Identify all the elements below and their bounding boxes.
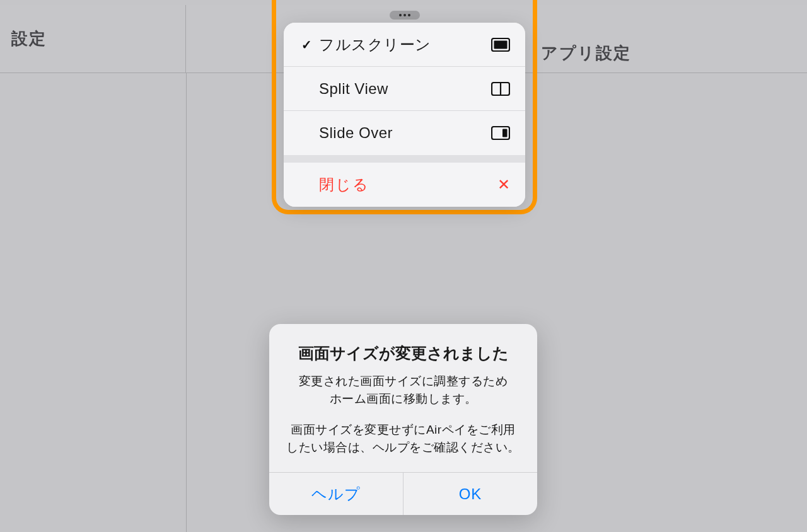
alert-line: したい場合は、ヘルプをご確認ください。 bbox=[286, 441, 520, 454]
menu-item-splitview[interactable]: Split View bbox=[284, 67, 525, 111]
dot-icon bbox=[404, 14, 406, 16]
sidebar-header: 設定 bbox=[0, 5, 186, 73]
alert-dialog: 画面サイズが変更されました 変更された画面サイズに調整するため ホーム画面に移動… bbox=[269, 324, 537, 515]
menu-item-label: フルスクリーン bbox=[315, 35, 490, 55]
svg-rect-5 bbox=[502, 129, 508, 137]
multitasking-menu: ✓ フルスクリーン Split View Slide Over 閉じる ✕ bbox=[284, 23, 525, 207]
menu-item-fullscreen[interactable]: ✓ フルスクリーン bbox=[284, 23, 525, 67]
dot-icon bbox=[399, 14, 402, 16]
dot-icon bbox=[408, 14, 410, 16]
menu-item-label: Split View bbox=[315, 80, 490, 98]
app-settings-title: アプリ設定 bbox=[541, 42, 631, 64]
alert-body: 画面サイズが変更されました 変更された画面サイズに調整するため ホーム画面に移動… bbox=[269, 324, 537, 472]
button-label: OK bbox=[459, 485, 482, 503]
split-view-icon bbox=[490, 82, 510, 96]
menu-separator bbox=[284, 155, 525, 163]
alert-line: ホーム画面に移動します。 bbox=[330, 392, 477, 405]
ok-button[interactable]: OK bbox=[404, 473, 537, 515]
alert-line: 変更された画面サイズに調整するため bbox=[299, 374, 508, 388]
svg-rect-1 bbox=[494, 40, 508, 49]
close-label: 閉じる bbox=[319, 175, 497, 195]
close-icon: ✕ bbox=[497, 176, 510, 194]
fullscreen-icon bbox=[490, 38, 510, 52]
menu-item-label: Slide Over bbox=[315, 124, 490, 142]
alert-title: 画面サイズが変更されました bbox=[283, 343, 523, 364]
slide-over-icon bbox=[490, 126, 510, 140]
alert-message: 変更された画面サイズに調整するため ホーム画面に移動します。 画面サイズを変更せ… bbox=[283, 373, 523, 456]
settings-title: 設定 bbox=[11, 28, 47, 50]
help-button[interactable]: ヘルプ bbox=[269, 473, 404, 515]
checkmark-icon: ✓ bbox=[301, 37, 315, 52]
menu-item-slideover[interactable]: Slide Over bbox=[284, 111, 525, 155]
menu-item-close[interactable]: 閉じる ✕ bbox=[284, 163, 525, 207]
alert-button-row: ヘルプ OK bbox=[269, 472, 537, 515]
multitasking-menu-highlight: ✓ フルスクリーン Split View Slide Over 閉じる ✕ bbox=[272, 0, 537, 214]
button-label: ヘルプ bbox=[311, 484, 361, 504]
multitasking-grabber[interactable] bbox=[390, 11, 420, 20]
alert-line: 画面サイズを変更せずにAirペイをご利用 bbox=[291, 423, 515, 436]
